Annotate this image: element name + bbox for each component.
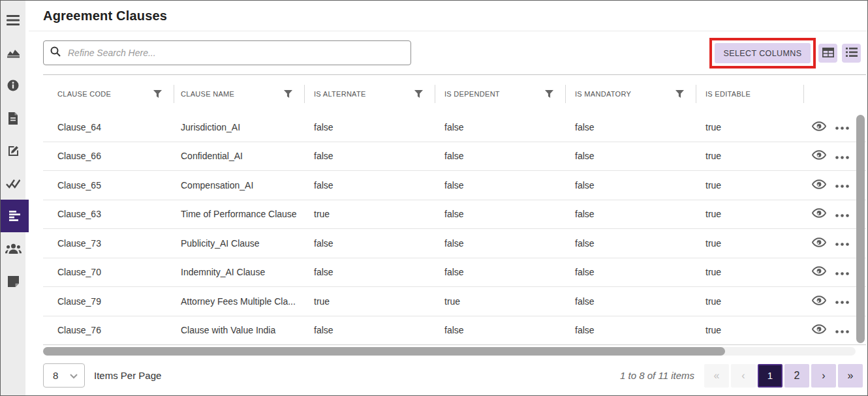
eye-icon [812, 179, 826, 191]
table-body: Clause_64Jurisdiction_AIfalsefalsefalset… [43, 113, 866, 345]
row-menu-button[interactable] [835, 122, 849, 132]
table-row[interactable]: Clause_63Time of Performance Clausetruef… [43, 200, 866, 230]
vertical-scrollbar-thumb[interactable] [856, 115, 865, 343]
search-icon [50, 46, 61, 59]
table-row[interactable]: Clause_79Attorney Fees Multiple Cla...tr… [43, 287, 866, 316]
ellipsis-icon [835, 296, 849, 306]
select-columns-button[interactable]: SELECT COLUMNS [715, 43, 811, 63]
sidebar-item-clauses[interactable] [1, 200, 29, 232]
table-row[interactable]: Clause_65Compensation_AIfalsefalsefalset… [43, 171, 866, 200]
cell-name: Confidential_AI [174, 151, 304, 161]
table-row[interactable]: Clause_66Confidential_AIfalsefalsefalset… [43, 142, 866, 172]
filter-icon[interactable] [545, 90, 553, 98]
sidebar-item-users[interactable] [1, 232, 25, 265]
last-page-button[interactable]: » [838, 364, 863, 388]
eye-icon [812, 266, 826, 278]
table-row[interactable]: Clause_70Indemnity_AI Clausefalsefalsefa… [43, 258, 866, 288]
search-input[interactable] [67, 47, 404, 59]
row-menu-button[interactable] [835, 326, 849, 335]
cell-name: Attorney Fees Multiple Cla... [174, 296, 304, 307]
view-row-button[interactable] [812, 150, 826, 162]
cell-is_alternate: false [304, 151, 435, 161]
cell-is_dependent: false [435, 209, 565, 219]
notes-icon [8, 276, 19, 287]
page-2-button[interactable]: 2 [784, 364, 809, 388]
cell-code: Clause_73 [43, 238, 174, 249]
cell-is_editable: true [696, 238, 803, 249]
view-row-button[interactable] [812, 179, 826, 191]
page-1-button[interactable]: 1 [758, 364, 783, 388]
view-row-button[interactable] [812, 208, 826, 220]
items-per-page-value: 8 [53, 370, 58, 381]
cell-is_editable: true [696, 151, 803, 161]
row-menu-button[interactable] [835, 296, 849, 306]
sidebar-item-approvals[interactable] [1, 167, 25, 200]
sidebar-item-analytics[interactable] [1, 37, 25, 69]
filter-icon[interactable] [675, 90, 684, 98]
view-row-button[interactable] [812, 121, 826, 133]
info-icon [7, 80, 19, 91]
cell-is_alternate: true [304, 209, 435, 219]
sidebar-item-menu[interactable] [1, 4, 25, 37]
cell-is_mandatory: false [565, 238, 696, 249]
list-view-button[interactable] [842, 44, 861, 63]
prev-page-button[interactable]: ‹ [731, 364, 756, 388]
annotation-highlight-box: SELECT COLUMNS [709, 38, 816, 69]
table-row[interactable]: Clause_76Clause with Value Indiafalsefal… [43, 316, 866, 346]
cell-code: Clause_76 [43, 325, 174, 335]
view-row-button[interactable] [812, 237, 826, 249]
sidebar-items [1, 1, 29, 297]
row-menu-button[interactable] [835, 151, 849, 161]
view-row-button[interactable] [812, 296, 826, 307]
cell-is_mandatory: false [565, 209, 696, 219]
eye-icon [812, 121, 826, 133]
edit-icon [7, 145, 20, 157]
sidebar-item-documents[interactable] [1, 102, 25, 134]
row-menu-button[interactable] [835, 209, 849, 219]
column-header-is_editable[interactable]: IS EDITABLE [696, 75, 803, 113]
row-menu-button[interactable] [835, 267, 849, 277]
cell-is_mandatory: false [565, 151, 696, 161]
next-page-button[interactable]: › [811, 364, 836, 388]
first-page-button[interactable]: « [704, 364, 729, 388]
title-bar: Agreement Clauses [29, 1, 867, 31]
eye-icon [812, 150, 826, 162]
table-row[interactable]: Clause_73Publicity_AI Clausefalsefalsefa… [43, 229, 866, 258]
column-header-is_alternate[interactable]: IS ALTERNATE [304, 75, 435, 113]
ellipsis-icon [835, 238, 849, 248]
eye-icon [812, 296, 826, 307]
column-header-is_dependent[interactable]: IS DEPENDENT [435, 75, 565, 113]
sidebar-item-compose[interactable] [1, 134, 25, 167]
row-menu-button[interactable] [835, 238, 849, 248]
view-row-button[interactable] [812, 266, 826, 278]
sidebar [1, 1, 29, 395]
ellipsis-icon [835, 122, 849, 132]
horizontal-scrollbar-thumb[interactable] [43, 347, 725, 356]
filter-icon[interactable] [414, 90, 423, 98]
search-box[interactable] [43, 40, 411, 65]
menu-icon [7, 15, 20, 25]
clauses-list-icon [9, 211, 21, 221]
table-view-button[interactable] [818, 44, 837, 63]
ellipsis-icon [835, 151, 849, 161]
items-per-page-select[interactable]: 8 [43, 363, 85, 388]
cell-code: Clause_65 [43, 180, 174, 190]
sidebar-item-info[interactable] [1, 69, 25, 102]
cell-name: Jurisdiction_AI [174, 122, 304, 132]
column-header-code[interactable]: CLAUSE CODE [43, 75, 174, 113]
table-row[interactable]: Clause_64Jurisdiction_AIfalsefalsefalset… [43, 113, 866, 142]
filter-icon[interactable] [153, 90, 162, 98]
cell-is_alternate: false [304, 180, 435, 190]
cell-is_mandatory: false [565, 267, 696, 277]
main-content: Agreement Clauses SELECT COLUMNS CLAUSE … [29, 1, 867, 395]
view-row-button[interactable] [812, 324, 826, 336]
row-menu-button[interactable] [835, 180, 849, 190]
ellipsis-icon [835, 326, 849, 335]
sidebar-item-notes[interactable] [1, 265, 25, 297]
column-label: IS MANDATORY [575, 90, 631, 98]
column-header-name[interactable]: CLAUSE NAME [174, 75, 304, 113]
vertical-scrollbar[interactable] [856, 115, 865, 343]
horizontal-scrollbar[interactable] [43, 347, 856, 356]
filter-icon[interactable] [284, 90, 292, 98]
column-header-is_mandatory[interactable]: IS MANDATORY [565, 75, 696, 113]
